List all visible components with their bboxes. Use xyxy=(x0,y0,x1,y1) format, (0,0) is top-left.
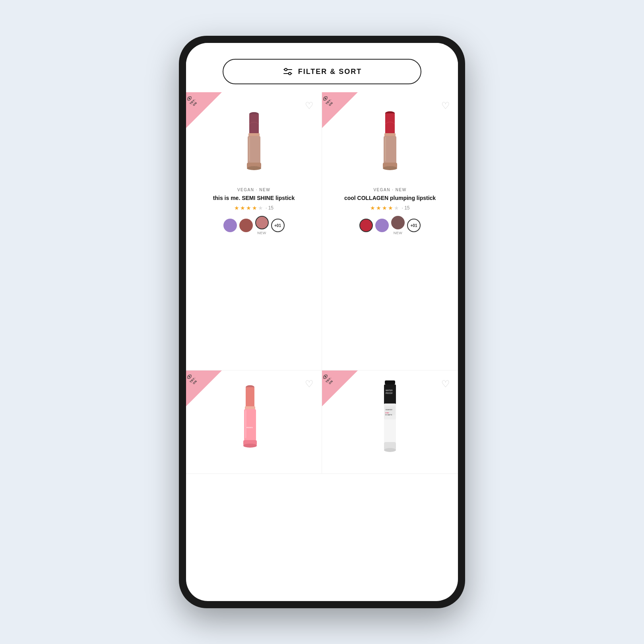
product-name-2: cool COLLAGEN plumping lipstick xyxy=(340,194,440,202)
svg-text:WATER: WATER xyxy=(386,389,393,392)
swatch-container-1-3: NEW xyxy=(255,216,269,235)
rating-count-1: · 15 xyxy=(266,205,274,211)
swatch-1-2[interactable] xyxy=(239,219,253,232)
svg-rect-23 xyxy=(245,406,255,409)
try-on-badge-2[interactable]: TRY-ON xyxy=(322,92,358,128)
star-1-5: ★ xyxy=(258,205,263,211)
star-2-4: ★ xyxy=(388,205,393,211)
star-1-3: ★ xyxy=(246,205,251,211)
swatch-container-1-1 xyxy=(223,219,237,232)
try-on-badge-3[interactable]: TRY-ON xyxy=(186,370,222,406)
swatch-container-1-2 xyxy=(239,219,253,232)
svg-point-3 xyxy=(289,72,291,75)
star-2-3: ★ xyxy=(382,205,387,211)
star-1-4: ★ xyxy=(252,205,257,211)
swatch-1-1[interactable] xyxy=(223,219,237,232)
svg-text:PROOF: PROOF xyxy=(386,392,393,394)
svg-rect-14 xyxy=(385,113,395,134)
stars-1: ★ ★ ★ ★ ★ xyxy=(234,205,263,211)
star-2-5: ★ xyxy=(394,205,399,211)
svg-point-41 xyxy=(384,448,396,452)
lipstick-3-svg: esses xyxy=(236,378,272,458)
svg-rect-25 xyxy=(245,410,246,438)
swatch-more-1[interactable]: +01 xyxy=(271,219,285,232)
stars-2: ★ ★ ★ ★ ★ xyxy=(370,205,399,211)
svg-point-19 xyxy=(383,166,397,170)
phone-frame: FILTER & SORT xyxy=(179,36,465,608)
product-card-4: TRY-ON ♡ WATER PROOF xyxy=(322,370,458,474)
svg-point-12 xyxy=(324,97,326,99)
product-name-1: this is me. SEMI SHINE lipstick xyxy=(209,194,299,202)
svg-text:esses: esses xyxy=(246,426,253,429)
svg-text:essence: essence xyxy=(386,409,392,411)
product-card-3: TRY-ON ♡ xyxy=(186,370,322,474)
try-on-badge-4[interactable]: TRY-ON xyxy=(322,370,358,406)
filter-sort-button[interactable]: FILTER & SORT xyxy=(223,59,421,84)
swatch-2-2[interactable] xyxy=(375,219,389,232)
try-on-badge-1[interactable]: TRY-ON xyxy=(186,92,222,128)
star-1-1: ★ xyxy=(234,205,239,211)
rating-count-2: · 15 xyxy=(402,205,409,211)
svg-rect-30 xyxy=(385,380,395,384)
svg-rect-22 xyxy=(246,387,254,407)
svg-rect-17 xyxy=(385,137,386,161)
swatch-2-1[interactable] xyxy=(359,219,373,232)
svg-rect-9 xyxy=(249,137,250,161)
svg-point-11 xyxy=(247,166,261,170)
filter-sort-icon xyxy=(282,66,293,77)
product-card-1: TRY-ON ♡ xyxy=(186,92,322,370)
swatch-container-2-2 xyxy=(375,219,389,232)
swatch-label-2-3: NEW xyxy=(394,231,403,235)
product-tags-2: VEGAN · NEW xyxy=(373,188,406,192)
swatch-label-1-3: NEW xyxy=(257,231,266,235)
swatch-container-2-3: NEW xyxy=(391,216,405,235)
svg-point-20 xyxy=(188,376,190,378)
svg-point-4 xyxy=(188,97,190,99)
product-rating-1: ★ ★ ★ ★ ★ · 15 xyxy=(234,205,274,211)
swatch-1-3[interactable] xyxy=(255,216,269,229)
lipstick-2-svg xyxy=(374,102,406,178)
swatch-container-2-1 xyxy=(359,219,373,232)
svg-rect-7 xyxy=(248,133,260,136)
heart-icon-2[interactable]: ♡ xyxy=(441,100,450,111)
heart-icon-1[interactable]: ♡ xyxy=(305,100,314,111)
svg-point-29 xyxy=(324,376,326,378)
product-card-2: TRY-ON ♡ xyxy=(322,92,458,370)
color-swatches-2: NEW +01 xyxy=(359,216,421,235)
star-2-1: ★ xyxy=(370,205,375,211)
filter-bar: FILTER & SORT xyxy=(186,43,458,92)
star-2-2: ★ xyxy=(376,205,381,211)
svg-text:8% MATTE: 8% MATTE xyxy=(385,414,392,416)
svg-point-27 xyxy=(243,444,257,448)
product-rating-2: ★ ★ ★ ★ ★ · 15 xyxy=(370,205,409,211)
color-swatches-1: NEW +01 xyxy=(223,216,285,235)
svg-text:STAY: STAY xyxy=(385,412,389,414)
svg-point-2 xyxy=(285,68,287,71)
svg-rect-15 xyxy=(384,133,396,136)
lipstick-1-svg xyxy=(238,102,270,178)
filter-sort-label: FILTER & SORT xyxy=(298,68,362,76)
phone-screen: FILTER & SORT xyxy=(186,43,458,601)
heart-icon-4[interactable]: ♡ xyxy=(441,378,450,390)
mascara-svg: WATER PROOF essence STAY 8% MATTE xyxy=(380,378,400,458)
swatch-more-2[interactable]: +01 xyxy=(407,219,421,232)
swatch-2-3[interactable] xyxy=(391,216,405,229)
heart-icon-3[interactable]: ♡ xyxy=(305,378,314,390)
product-tags-1: VEGAN · NEW xyxy=(237,188,270,192)
product-grid: TRY-ON ♡ xyxy=(186,92,458,601)
star-1-2: ★ xyxy=(240,205,245,211)
svg-rect-31 xyxy=(384,384,396,404)
svg-rect-6 xyxy=(249,114,259,134)
